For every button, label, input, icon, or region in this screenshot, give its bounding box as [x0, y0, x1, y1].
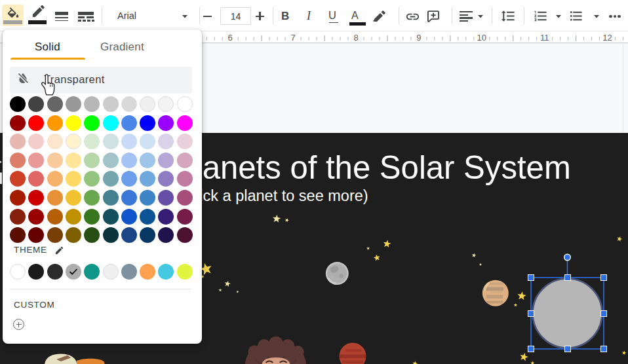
- svg-text:12: 12: [602, 33, 612, 43]
- svg-text:7: 7: [290, 33, 295, 43]
- svg-text:10: 10: [477, 33, 486, 43]
- svg-text:9: 9: [416, 33, 421, 43]
- svg-text:11: 11: [540, 33, 549, 43]
- svg-text:8: 8: [353, 33, 358, 43]
- svg-text:6: 6: [228, 33, 233, 43]
